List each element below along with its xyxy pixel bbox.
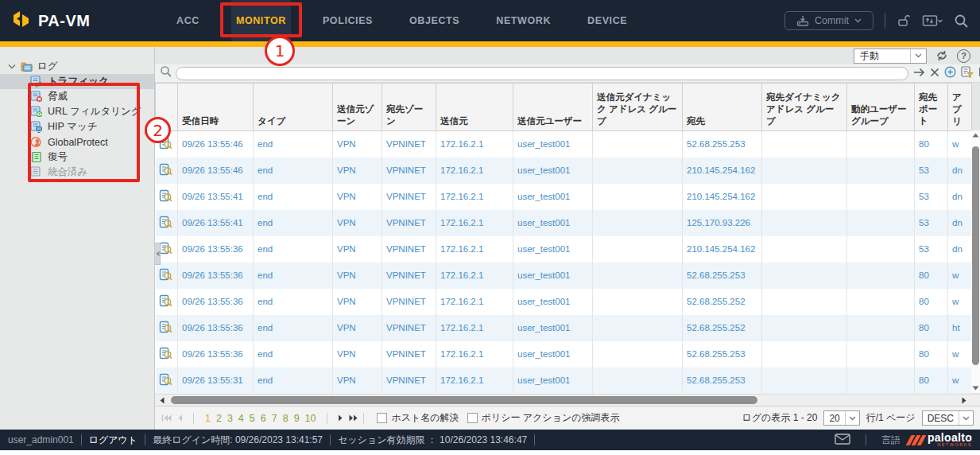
table-row[interactable]: 09/26 13:55:41endVPNVPNINET172.16.2.1use… [156,210,972,236]
table-row[interactable]: 09/26 13:55:46endVPNVPNINET172.16.2.1use… [156,158,972,184]
tab-acc[interactable]: ACC [172,0,204,41]
cell-szone[interactable]: VPN [333,131,382,158]
cell-szone[interactable]: VPN [333,289,382,315]
table-row[interactable]: 09/26 13:55:46endVPNVPNINET172.16.2.1use… [156,131,972,158]
page-number[interactable]: 1 [204,413,211,424]
cell-sdag[interactable] [593,158,683,184]
refresh-mode-select[interactable]: 手動 [854,49,927,64]
cell-type[interactable]: end [254,289,333,315]
cell-time[interactable]: 09/26 13:55:31 [178,368,254,394]
cell-suser[interactable]: user_test001 [513,210,593,236]
cell-app[interactable]: dn [948,210,972,236]
col-header-destination[interactable]: 宛先 [683,84,762,131]
cell-sdag[interactable] [593,341,683,368]
cell-dst[interactable]: 210.145.254.162 [683,158,762,184]
cell-app[interactable]: dn [948,184,972,210]
cell-suser[interactable]: user_test001 [513,131,593,158]
cell-dug[interactable] [847,236,915,262]
help-icon[interactable]: ? [957,49,970,63]
page-number[interactable]: 2 [215,413,223,424]
cell-src[interactable]: 172.16.2.1 [436,315,513,341]
col-header-source-user[interactable]: 送信元ユーザー [513,84,593,131]
page-number[interactable]: 9 [293,413,300,424]
cell-port[interactable]: 53 [915,210,948,236]
cell-suser[interactable]: user_test001 [513,341,593,368]
table-row[interactable]: 09/26 13:55:36endVPNVPNINET172.16.2.1use… [156,341,972,368]
cell-app[interactable]: w [948,131,972,158]
cell-app[interactable]: w [948,262,972,289]
cell-dst[interactable]: 52.68.255.253 [683,262,762,289]
cell-dst[interactable]: 52.68.255.252 [683,315,762,341]
cell-src[interactable]: 172.16.2.1 [436,289,513,315]
sidebar-item-unified[interactable]: 統合済み [0,165,154,180]
cell-port[interactable]: 53 [915,158,948,184]
cell-port[interactable]: 80 [915,341,948,368]
clear-filter-icon[interactable] [930,66,939,80]
cell-src[interactable]: 172.16.2.1 [436,262,513,289]
cell-dst[interactable]: 210.145.254.162 [683,236,762,262]
cell-sdag[interactable] [593,315,683,341]
cell-dug[interactable] [847,131,915,158]
cell-dug[interactable] [847,184,915,210]
cell-sdag[interactable] [593,236,683,262]
cell-app[interactable]: dn [948,236,972,262]
rows-per-page-select[interactable]: 20 [823,410,859,426]
cell-dug[interactable] [847,289,915,315]
cell-dzone[interactable]: VPNINET [382,368,436,394]
sidebar-item-traffic[interactable]: トラフィック [0,74,154,89]
cell-type[interactable]: end [254,184,333,210]
log-detail-icon[interactable] [156,158,178,184]
cell-app[interactable]: ht [948,315,972,341]
sort-order-select[interactable]: DESC [922,410,974,426]
sidebar-item-decryption[interactable]: 復号 [0,150,154,165]
scroll-right-icon[interactable] [959,396,969,405]
cell-time[interactable]: 09/26 13:55:36 [178,236,254,262]
cell-ddag[interactable] [762,131,847,158]
tab-policies[interactable]: POLICIES [318,0,378,41]
next-page-icon[interactable] [338,413,343,424]
cell-ddag[interactable] [762,236,847,262]
prev-page-icon[interactable] [177,413,183,424]
commit-button[interactable]: Commit [784,11,873,30]
horizontal-scroll-thumb[interactable] [171,396,757,404]
cell-suser[interactable]: user_test001 [513,315,593,341]
cell-type[interactable]: end [254,131,333,158]
cell-port[interactable]: 53 [915,184,948,210]
col-header-dest-dag[interactable]: 宛先ダイナミック アドレス グループ [762,84,847,131]
vertical-scroll-thumb[interactable] [972,146,979,365]
cell-ddag[interactable] [762,315,847,341]
cell-type[interactable]: end [254,262,333,289]
tree-node-logs[interactable]: ログ [0,58,154,74]
cell-sdag[interactable] [593,131,683,158]
cell-app[interactable]: dn [948,158,972,184]
cell-dst[interactable]: 52.68.255.253 [683,341,762,368]
col-header-source-dag[interactable]: 送信元ダイナミック アドレス グループ [593,84,683,131]
col-header-receive-time[interactable]: 受信日時 [178,84,254,131]
cell-dzone[interactable]: VPNINET [382,262,436,289]
cell-dug[interactable] [847,315,915,341]
page-number[interactable]: 8 [282,413,289,424]
table-row[interactable]: 09/26 13:55:36endVPNVPNINET172.16.2.1use… [156,315,972,341]
cell-port[interactable]: 80 [915,368,948,394]
log-detail-icon[interactable] [156,262,178,289]
cell-szone[interactable]: VPN [333,341,382,368]
cell-szone[interactable]: VPN [333,315,382,341]
language-link[interactable]: 言語 [881,434,901,447]
cell-szone[interactable]: VPN [333,262,382,289]
cell-time[interactable]: 09/26 13:55:46 [178,131,254,158]
page-number[interactable]: 4 [238,413,245,424]
cell-suser[interactable]: user_test001 [513,158,593,184]
cell-sdag[interactable] [593,262,683,289]
tab-network[interactable]: NETWORK [491,0,556,41]
add-filter-icon[interactable] [944,66,956,81]
col-header-source[interactable]: 送信元 [436,84,513,131]
logout-link[interactable]: ログアウト [89,434,138,447]
apply-filter-icon[interactable] [913,66,925,80]
col-header-dest-zone[interactable]: 宛先ゾーン [382,84,436,131]
cell-dst[interactable]: 210.145.254.162 [683,184,762,210]
cell-dzone[interactable]: VPNINET [382,341,436,368]
cell-dzone[interactable]: VPNINET [382,131,436,158]
page-number[interactable]: 6 [260,413,267,424]
global-search-icon[interactable] [954,14,969,29]
table-row[interactable]: 09/26 13:55:36endVPNVPNINET172.16.2.1use… [156,262,972,289]
